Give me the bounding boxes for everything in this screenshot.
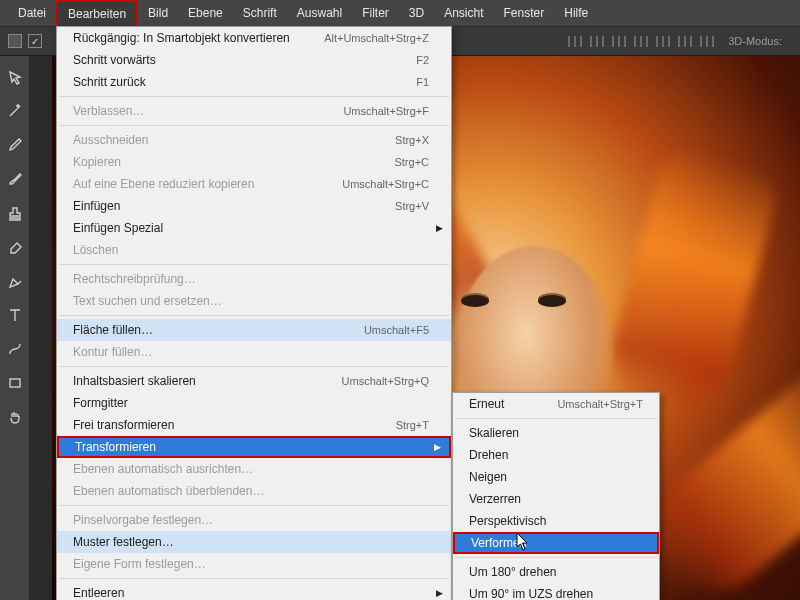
menuitem-einf-gen-spezial[interactable]: Einfügen Spezial▶	[57, 217, 451, 239]
menu-schrift[interactable]: Schrift	[233, 0, 287, 26]
menuitem-transformieren[interactable]: Transformieren▶	[57, 436, 451, 458]
auto-select-checkbox[interactable]: ✓	[28, 34, 42, 48]
menuitem-r-ckg-ngig-in-smartobjekt-konvertieren[interactable]: Rückgängig: In Smartobjekt konvertierenA…	[57, 27, 451, 49]
pen-tool-icon[interactable]	[4, 270, 26, 292]
menu-filter[interactable]: Filter	[352, 0, 399, 26]
move-tool-icon[interactable]	[4, 66, 26, 88]
menuitem-ebenen-automatisch-ausrichten: Ebenen automatisch ausrichten…	[57, 458, 451, 480]
menuitem-eigene-form-festlegen: Eigene Form festlegen…	[57, 553, 451, 575]
menuitem-pinselvorgabe-festlegen: Pinselvorgabe festlegen…	[57, 509, 451, 531]
menuitem-formgitter[interactable]: Formgitter	[57, 392, 451, 414]
menubar: DateiBearbeitenBildEbeneSchriftAuswahlFi…	[0, 0, 800, 26]
stamp-tool-icon[interactable]	[4, 202, 26, 224]
menuitem-l-schen: Löschen	[57, 239, 451, 261]
menu-auswahl[interactable]: Auswahl	[287, 0, 352, 26]
menuitem-kopieren: KopierenStrg+C	[57, 151, 451, 173]
submenu-neigen[interactable]: Neigen	[453, 466, 659, 488]
menuitem-inhaltsbasiert-skalieren[interactable]: Inhaltsbasiert skalierenUmschalt+Strg+Q	[57, 370, 451, 392]
tool-preset-swatch[interactable]	[8, 34, 22, 48]
eyedrop-tool-icon[interactable]	[4, 134, 26, 156]
tools-panel	[0, 56, 30, 600]
submenu-um-180-drehen[interactable]: Um 180° drehen	[453, 561, 659, 583]
path-tool-icon[interactable]	[4, 338, 26, 360]
mouse-cursor-icon	[516, 532, 530, 552]
menuitem-fl-che-f-llen[interactable]: Fläche füllen…Umschalt+F5	[57, 319, 451, 341]
menuitem-entleeren[interactable]: Entleeren▶	[57, 582, 451, 600]
menuitem-einf-gen[interactable]: EinfügenStrg+V	[57, 195, 451, 217]
submenu-um-90-im-uzs-drehen[interactable]: Um 90° im UZS drehen	[453, 583, 659, 600]
rect-tool-icon[interactable]	[4, 372, 26, 394]
submenu-verformen[interactable]: Verformen	[453, 532, 659, 554]
transform-submenu: ErneutUmschalt+Strg+TSkalierenDrehenNeig…	[452, 392, 660, 600]
menu-hilfe[interactable]: Hilfe	[554, 0, 598, 26]
menuitem-verblassen: Verblassen…Umschalt+Strg+F	[57, 100, 451, 122]
menuitem-auf-eine-ebene-reduziert-kopieren: Auf eine Ebene reduziert kopierenUmschal…	[57, 173, 451, 195]
menu-ebene[interactable]: Ebene	[178, 0, 233, 26]
menu-ansicht[interactable]: Ansicht	[434, 0, 493, 26]
submenu-arrow-icon: ▶	[436, 223, 443, 233]
menuitem-kontur-f-llen: Kontur füllen…	[57, 341, 451, 363]
submenu-skalieren[interactable]: Skalieren	[453, 422, 659, 444]
submenu-arrow-icon: ▶	[436, 588, 443, 598]
mode-label: 3D-Modus:	[728, 35, 782, 47]
submenu-erneut[interactable]: ErneutUmschalt+Strg+T	[453, 393, 659, 415]
menuitem-frei-transformieren[interactable]: Frei transformierenStrg+T	[57, 414, 451, 436]
menu-bearbeiten[interactable]: Bearbeiten	[56, 0, 138, 26]
menuitem-muster-festlegen[interactable]: Muster festlegen…	[57, 531, 451, 553]
menuitem-rechtschreibpr-fung: Rechtschreibprüfung…	[57, 268, 451, 290]
submenu-drehen[interactable]: Drehen	[453, 444, 659, 466]
svg-rect-0	[10, 379, 20, 387]
submenu-verzerren[interactable]: Verzerren	[453, 488, 659, 510]
eraser-tool-icon[interactable]	[4, 236, 26, 258]
submenu-perspektivisch[interactable]: Perspektivisch	[453, 510, 659, 532]
menuitem-schritt-vorw-rts[interactable]: Schritt vorwärtsF2	[57, 49, 451, 71]
menuitem-ebenen-automatisch-berblenden: Ebenen automatisch überblenden…	[57, 480, 451, 502]
menu-fenster[interactable]: Fenster	[494, 0, 555, 26]
text-tool-icon[interactable]	[4, 304, 26, 326]
menuitem-ausschneiden: AusschneidenStrg+X	[57, 129, 451, 151]
menu-datei[interactable]: Datei	[8, 0, 56, 26]
edit-menu-dropdown: Rückgängig: In Smartobjekt konvertierenA…	[56, 26, 452, 600]
document-gutter	[30, 56, 52, 600]
menu-3d[interactable]: 3D	[399, 0, 434, 26]
menu-bild[interactable]: Bild	[138, 0, 178, 26]
menuitem-text-suchen-und-ersetzen: Text suchen und ersetzen…	[57, 290, 451, 312]
menuitem-schritt-zur-ck[interactable]: Schritt zurückF1	[57, 71, 451, 93]
brush-tool-icon[interactable]	[4, 168, 26, 190]
wand-tool-icon[interactable]	[4, 100, 26, 122]
hand-tool-icon[interactable]	[4, 406, 26, 428]
align-icon-group[interactable]	[568, 36, 714, 47]
submenu-arrow-icon: ▶	[434, 442, 441, 452]
